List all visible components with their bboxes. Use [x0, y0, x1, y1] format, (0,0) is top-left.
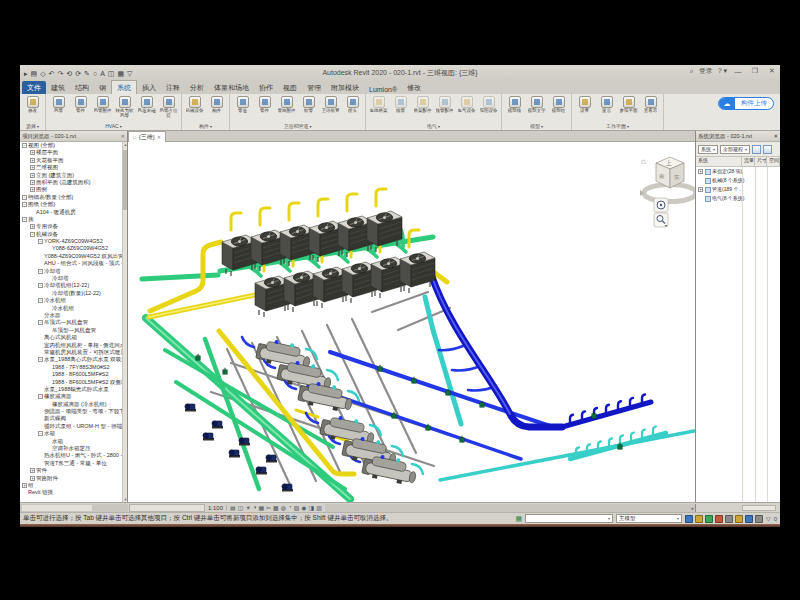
expander-icon[interactable]: − [22, 217, 27, 222]
expander-icon[interactable]: + [30, 224, 35, 229]
expander-icon[interactable]: − [38, 269, 43, 274]
ribbon-tab[interactable]: 结构 [70, 81, 94, 94]
ribbon-tool[interactable]: 查看器 [640, 95, 661, 122]
tree-item[interactable]: 水泵_1988蜗壳式卧式水泵 [20, 386, 127, 393]
ribbon-tab[interactable]: 钢 [94, 81, 111, 94]
ribbon-tool[interactable]: 卫浴装置 [320, 95, 341, 122]
canvas-h-scroll-thumb[interactable] [129, 504, 205, 512]
expander-icon[interactable]: − [30, 232, 35, 237]
expander-icon[interactable]: + [30, 173, 35, 178]
view-control-icon[interactable]: ▧ [294, 504, 300, 511]
tree-item[interactable]: +楼层平面 [20, 149, 127, 156]
view-control-icon[interactable]: ✂ [266, 504, 271, 511]
tree-item[interactable]: +专用设备 [20, 223, 127, 230]
search-icon[interactable]: ⌕ [690, 67, 694, 75]
tree-item[interactable]: 室内机组风机柜 - 单相 - 侧送回水接口带输送 [20, 342, 127, 349]
signin-button[interactable]: 登录 [699, 66, 713, 76]
ribbon-tab[interactable]: 分析 [185, 81, 209, 94]
ribbon-tool[interactable]: 模型线 [504, 95, 525, 122]
ribbon-tool[interactable]: 机械设备 [184, 95, 205, 122]
expander-icon[interactable]: − [38, 394, 43, 399]
ribbon-tool[interactable]: 转换为软风管 [114, 95, 135, 122]
ribbon-tab[interactable]: 文件 [22, 81, 46, 94]
tree-item[interactable]: 橡胶减震器 (冷水机组) [20, 401, 127, 408]
ribbon-tool[interactable]: 管道 [232, 95, 253, 122]
tree-item[interactable]: Y088-6Z69C09W4G52 [20, 245, 127, 252]
ribbon-tool[interactable]: 显示 [596, 95, 617, 122]
tree-item[interactable]: −水泵_1988离心式卧式水泵 双吸泵 [20, 356, 127, 363]
ribbon-tool[interactable]: 构件 [206, 95, 227, 122]
expander-icon[interactable]: − [22, 143, 27, 148]
ribbon-tab[interactable]: 插入 [137, 81, 161, 94]
view-control-icon[interactable]: ◨ [309, 504, 315, 511]
expander-icon[interactable]: + [30, 476, 35, 481]
ribbon-tool[interactable]: 桥架配件 [412, 95, 433, 122]
tree-item[interactable]: 分水器 [20, 312, 127, 319]
status-icon[interactable] [685, 515, 693, 523]
ribbon-tool[interactable]: 风管占位符 [158, 95, 179, 122]
expander-icon[interactable]: + [22, 483, 27, 488]
tree-item[interactable]: 冷却塔 [20, 275, 127, 282]
tree-item[interactable]: −冷水机组 [20, 297, 127, 304]
view-control-icon[interactable]: ◑ [253, 504, 257, 511]
tree-item[interactable]: −明细表/数量 (全部) [20, 194, 127, 201]
ribbon-tool[interactable]: 软管 [298, 95, 319, 122]
ribbon-tab[interactable]: 修改 [402, 81, 426, 94]
expander-icon[interactable]: − [22, 202, 27, 207]
view-control-icon[interactable]: ◫ [238, 504, 244, 511]
ribbon-tab[interactable]: 建筑 [46, 81, 70, 94]
tree-item[interactable]: +面积平面 (总建筑面积) [20, 179, 127, 186]
tree-item[interactable]: −机械设备 [20, 231, 127, 238]
ribbon-tab[interactable]: 体量和场地 [209, 81, 254, 94]
ribbon-tool[interactable]: 参照平面 [618, 95, 639, 122]
ribbon-tool[interactable]: 线管配件 [434, 95, 455, 122]
tree-item[interactable]: 管道T形三通 - 常规 - 单位 [20, 460, 127, 467]
canvas-h-scrollbar[interactable]: ▸ [325, 504, 695, 512]
tree-item[interactable]: 空调补水箱定压 [20, 445, 127, 452]
ribbon-tab[interactable]: 附加模块 [326, 81, 364, 94]
tree-item[interactable]: A104 - 暖通机房 [20, 209, 127, 216]
tree-item[interactable]: −图纸 (全部) [20, 201, 127, 208]
filter-icon[interactable]: ▽ [766, 515, 771, 522]
status-icon[interactable] [735, 515, 743, 523]
ribbon-tool[interactable]: 管路附件 [276, 95, 297, 122]
view-control-icon[interactable]: ▤ [230, 504, 236, 511]
ribbon-tab[interactable]: 管理 [302, 81, 326, 94]
workset-dropdown[interactable]: ▾ [525, 514, 613, 523]
status-icon[interactable] [755, 515, 763, 523]
ribbon-tool[interactable]: 风管附件 [92, 95, 113, 122]
tree-item[interactable]: 冷却塔(数量)(12-22) [20, 290, 127, 297]
ribbon-tool[interactable]: 修改 [22, 95, 43, 122]
help-icon[interactable]: ? ▾ [718, 67, 727, 75]
tree-item[interactable]: +图例 [20, 186, 127, 193]
ribbon-tool[interactable]: 风管 [48, 95, 69, 122]
tree-item[interactable]: 循环式泵组 - UROM-H 型 - 很端级 - 108-175-CN [20, 423, 127, 430]
ribbon-tab[interactable]: 协作 [254, 81, 278, 94]
ribbon-tool[interactable]: 管件 [254, 95, 275, 122]
expander-icon[interactable]: + [30, 180, 35, 185]
tree-item[interactable]: 1988 - 7FY88S3M0#S2 [20, 364, 127, 371]
3d-model-view[interactable]: 上 南 东 ⌂ [128, 142, 695, 502]
ribbon-tool[interactable]: 喷头 [342, 95, 363, 122]
tree-item[interactable]: 1988 - 8F600L5MF#S2 双侧装置 [20, 379, 127, 386]
expander-icon[interactable]: + [30, 187, 35, 192]
tree-item[interactable]: 离心式风机箱 [20, 334, 127, 341]
view-control-icon[interactable]: ▥ [316, 504, 322, 511]
view-control-icon[interactable]: ◉ [301, 504, 306, 511]
expander-icon[interactable]: + [698, 187, 703, 192]
system-browser-h-scrollbar[interactable] [695, 504, 780, 512]
viewcube[interactable]: 上 南 东 ⌂ [640, 157, 695, 202]
view-tab-close-icon[interactable]: ✕ [157, 134, 161, 140]
browser-h-scrollbar[interactable] [20, 504, 128, 512]
system-filter-dropdown[interactable]: 系统▾ [698, 145, 718, 154]
close-icon[interactable]: ✕ [773, 133, 778, 139]
ribbon-tool[interactable]: 风道末端 [136, 95, 157, 122]
tree-item[interactable]: −冷却塔机组(12-22) [20, 282, 127, 289]
expander-icon[interactable]: − [38, 431, 43, 436]
view-control-icon[interactable]: ▩ [273, 504, 279, 511]
scale-button[interactable]: 1:100 [205, 505, 227, 511]
navigation-bar[interactable] [654, 198, 668, 227]
status-icon[interactable] [745, 515, 753, 523]
tree-item[interactable]: +立面 (建筑立面) [20, 172, 127, 179]
expander-icon[interactable]: − [38, 239, 43, 244]
